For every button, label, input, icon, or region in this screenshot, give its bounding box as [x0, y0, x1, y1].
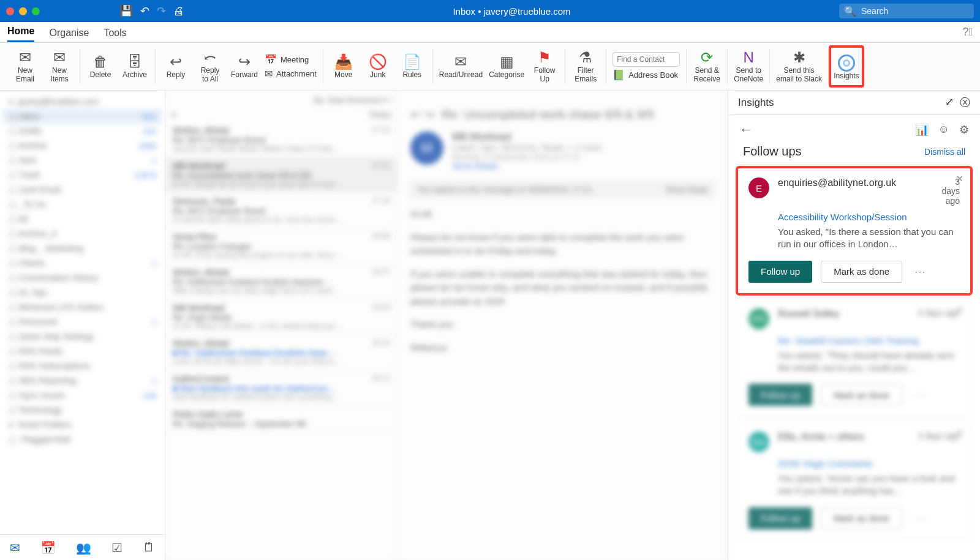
gear-icon[interactable]: ⚙ [959, 123, 969, 136]
folder-row[interactable]: ▢ Archive_0 [2, 226, 162, 241]
delete-button[interactable]: 🗑Delete [86, 54, 115, 80]
people-nav-icon[interactable]: 👥 [76, 540, 91, 555]
flagged-mail-row[interactable]: ▢ Flagged Mail [2, 432, 162, 447]
folder-row[interactable]: ▢ SEO Reporting1 [2, 373, 162, 388]
message-list-sort[interactable]: By: Date Received ▾ • [165, 93, 398, 107]
dismiss-all-link[interactable]: Dismiss all [924, 147, 965, 157]
rules-button[interactable]: 📄Rules [398, 54, 426, 80]
filter-emails-button[interactable]: ⚗︎Filter Emails [571, 50, 600, 84]
account-row[interactable]: ▾ javery@trueblue.com [2, 94, 162, 109]
meeting-button[interactable]: 📅Meeting [265, 54, 317, 65]
address-book-button[interactable]: 📗Address Book [612, 69, 680, 81]
card-subject[interactable]: Accessibility Workshop/Session [778, 212, 960, 222]
folder-row[interactable]: ▢ Archive1089 [2, 138, 162, 153]
follow-up-button[interactable]: Follow up [748, 261, 812, 283]
folder-row[interactable]: ▢ Conversation History [2, 271, 162, 285]
card-close-icon[interactable]: ✕ [956, 174, 963, 184]
send-receive-button[interactable]: ⟳Send & Receive [693, 50, 721, 84]
junk-button[interactable]: 🚫Junk [364, 54, 392, 80]
folder-row[interactable]: ▢ Quick Step Settings [2, 329, 162, 344]
attachment-button[interactable]: ✉︎Attachment [265, 68, 317, 80]
global-search-input[interactable] [860, 6, 969, 17]
find-contact-input[interactable] [612, 52, 680, 67]
reply-all-button[interactable]: ⤺Reply to All [196, 50, 224, 84]
forward-button[interactable]: ↪︎Forward [230, 54, 258, 80]
folder-row[interactable]: ▢ Clients1 [2, 256, 162, 271]
undo-icon[interactable]: ↶ [140, 4, 149, 18]
card-more-icon[interactable]: ⋯ [914, 388, 927, 401]
read-unread-button[interactable]: ✉︎Read/Unread [439, 54, 483, 80]
follow-up-button[interactable]: Follow up [748, 384, 812, 406]
minimize-window-button[interactable] [19, 7, 27, 15]
mark-done-button[interactable]: Mark as done [821, 384, 902, 406]
folder-row[interactable]: ▢ Mimecast LFS Outbox [2, 300, 162, 315]
mark-done-button[interactable]: Mark as done [821, 507, 902, 529]
new-items-button[interactable]: ✉︎New Items [45, 50, 74, 84]
card-subject[interactable]: Re: Seadrill Careers CMS Training [778, 335, 960, 346]
folder-row[interactable]: ▢ All [2, 212, 162, 226]
archive-button[interactable]: 🗄Archive [121, 54, 149, 80]
folder-row[interactable]: ▢ Sent1 [2, 153, 162, 168]
help-icon[interactable]: ?⃝ [962, 26, 973, 42]
folder-row[interactable]: ▢ RSS Subscriptions [2, 359, 162, 373]
show-details-link[interactable]: Show Details [452, 162, 602, 171]
close-pane-icon[interactable]: ⓧ [960, 95, 970, 110]
folder-row[interactable]: ▢ Trash12679 [2, 168, 162, 182]
folder-row[interactable]: ▢ Blog _ Marketing [2, 241, 162, 256]
close-window-button[interactable] [6, 7, 14, 15]
folder-row[interactable]: ▢ Junk Email [2, 182, 162, 197]
insights-button[interactable]: Insights [832, 55, 861, 81]
notes-nav-icon[interactable]: 🗒 [143, 540, 155, 554]
message-item[interactable]: 16:37Wotton, AlistairRe: Addleshaw Godda… [165, 264, 398, 299]
chart-icon[interactable]: 📊 [915, 123, 929, 136]
reply-button[interactable]: ↩︎Reply [162, 54, 190, 80]
message-item[interactable]: 17:22Wotton, AlistairRe: WCC Employer Br… [165, 122, 398, 157]
folder-list[interactable]: ▾ javery@trueblue.com ▢ Inbox921▢ Drafts… [0, 91, 165, 534]
message-item[interactable]: 16:18MB-WorkloadRe: Virgin MediaHi JR, P… [165, 299, 398, 335]
pop-out-icon[interactable]: ⤢ [945, 95, 954, 110]
card-more-icon[interactable]: ⋯ [914, 265, 927, 278]
folder-row[interactable]: ▢ RSS Feeds [2, 344, 162, 359]
folder-row[interactable]: ▢ DL Ops [2, 285, 162, 300]
tasks-nav-icon[interactable]: ☑︎ [111, 540, 123, 555]
show-reply-link[interactable]: Show Reply [666, 185, 708, 194]
message-item[interactable]: 16:58Sonia PitonRe: Location ChangesHi J… [165, 228, 398, 264]
tab-home[interactable]: Home [7, 26, 34, 42]
move-button[interactable]: 📥Move [330, 54, 358, 80]
save-icon[interactable]: 💾 [119, 4, 133, 18]
tab-organise[interactable]: Organise [49, 28, 89, 42]
print-icon[interactable]: 🖨 [173, 5, 184, 18]
message-item[interactable]: 17:16Simmons, PaulaRe: WCC Employer Bran… [165, 193, 398, 228]
message-list[interactable]: By: Date Received ▾ • ▾ Today 17:22Wotto… [165, 91, 398, 560]
message-item[interactable]: 16:10Wotton, AlistairRe: Addleshaw Godda… [165, 335, 398, 370]
zoom-window-button[interactable] [32, 7, 40, 15]
categorise-button[interactable]: ▦Categorise [489, 54, 524, 80]
follow-up-button[interactable]: Follow up [748, 507, 812, 529]
message-item[interactable]: Pedro Gatto LemeRe: Staging Release – Se… [165, 406, 398, 433]
follow-up-button[interactable]: ⚑Follow Up [530, 50, 559, 84]
smart-folders-row[interactable]: ▾ Smart Folders [2, 417, 162, 432]
mark-done-button[interactable]: Mark as done [821, 261, 902, 283]
message-item[interactable]: 17:21MB-WorkloadRe: Uncompleted work cha… [165, 157, 398, 193]
feedback-icon[interactable]: ☺ [938, 123, 949, 136]
card-more-icon[interactable]: ⋯ [914, 512, 927, 525]
redo-icon[interactable]: ↷ [157, 4, 166, 18]
back-icon[interactable]: ← [739, 122, 753, 138]
folder-row[interactable]: ▢ Sync Issues148 [2, 388, 162, 403]
calendar-nav-icon[interactable]: 📅 [40, 540, 56, 555]
folder-row[interactable]: ▢ Inbox921 [2, 109, 162, 124]
folder-row[interactable]: ▢ Drafts244 [2, 124, 162, 138]
message-item[interactable]: 16:11GatherContentNew feedback this week… [165, 370, 398, 406]
card-subject[interactable]: SOW Virgin Comments [778, 458, 960, 469]
folder-row[interactable]: ▢ _To Do [2, 197, 162, 212]
mail-nav-icon[interactable]: ✉︎ [10, 540, 20, 555]
folder-row[interactable]: ▢ Technology [2, 403, 162, 417]
global-search[interactable]: 🔍 [839, 4, 974, 18]
send-slack-button[interactable]: ✱Send this email to Slack [776, 50, 822, 84]
card-close-icon[interactable]: ✕ [956, 305, 963, 315]
send-onenote-button[interactable]: NSend to OneNote [734, 50, 763, 84]
card-close-icon[interactable]: ✕ [956, 428, 963, 438]
folder-row[interactable]: ▢ Personnel1 [2, 315, 162, 329]
new-email-button[interactable]: ✉︎New Email [11, 50, 39, 84]
tab-tools[interactable]: Tools [104, 28, 126, 42]
